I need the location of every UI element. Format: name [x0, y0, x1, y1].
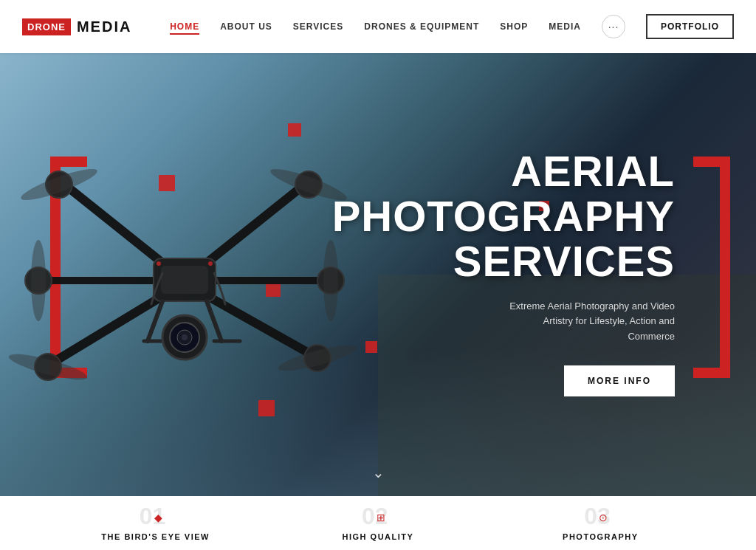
feature-label-2: HIGH QUALITY: [343, 532, 414, 541]
portfolio-button[interactable]: PORTFOLIO: [646, 14, 734, 39]
hero-title: AERIAL PHOTOGRAPHY SERVICES: [320, 149, 675, 284]
nav-item-media[interactable]: MEDIA: [549, 21, 581, 32]
feature-item-2: 02 ⊞ HIGH QUALITY: [267, 507, 489, 541]
hero-section: AERIAL PHOTOGRAPHY SERVICES Extreme Aeri…: [0, 53, 756, 496]
feature-label-1: THE BIRD'S EYE VIEW: [101, 532, 210, 541]
hero-subtitle: Extreme Aerial Photography and Video Art…: [498, 299, 675, 345]
scroll-chevron[interactable]: ⌄: [372, 464, 385, 481]
feature-icon-area-2: 02 ⊞: [362, 507, 394, 528]
feature-icon-area-1: 01 ◆: [140, 507, 172, 528]
feature-icon-2: ⊞: [377, 512, 385, 523]
nav-item-about[interactable]: ABOUT US: [220, 21, 272, 32]
hero-title-line2: SERVICES: [453, 237, 675, 285]
feature-label-3: PHOTOGRAPHY: [563, 532, 638, 541]
logo: DRONE MEDIA: [22, 18, 131, 35]
logo-brand-box: DRONE: [22, 18, 71, 35]
nav-item-drones[interactable]: DRONES & EQUIPMENT: [364, 21, 479, 32]
header: DRONE MEDIA HOME ABOUT US SERVICES DRONE…: [0, 0, 756, 53]
feature-icon-area-3: 03 ⊙: [584, 507, 616, 528]
feature-item-1: 01 ◆ THE BIRD'S EYE VIEW: [44, 507, 267, 541]
bottom-features: 01 ◆ THE BIRD'S EYE VIEW 02 ⊞ HIGH QUALI…: [0, 496, 756, 550]
more-info-button[interactable]: MORE INFO: [564, 365, 675, 396]
svg-point-28: [157, 261, 161, 266]
nav-item-home[interactable]: HOME: [170, 21, 199, 32]
feature-item-3: 03 ⊙ PHOTOGRAPHY: [489, 507, 712, 541]
svg-point-29: [208, 261, 213, 266]
feature-icon-3: ⊙: [599, 512, 608, 523]
svg-point-27: [182, 334, 188, 340]
svg-rect-19: [161, 266, 208, 294]
nav-more-button[interactable]: ···: [602, 15, 625, 38]
svg-point-15: [31, 240, 46, 321]
bracket-right: [693, 157, 730, 378]
logo-brand-text: MEDIA: [77, 18, 131, 35]
hero-content: AERIAL PHOTOGRAPHY SERVICES Extreme Aeri…: [320, 149, 675, 396]
main-nav: HOME ABOUT US SERVICES DRONES & EQUIPMEN…: [170, 14, 734, 39]
nav-item-shop[interactable]: SHOP: [500, 21, 528, 32]
feature-icon-1: ◆: [154, 512, 162, 523]
hero-title-line1: AERIAL PHOTOGRAPHY: [332, 147, 675, 240]
nav-item-services[interactable]: SERVICES: [293, 21, 343, 32]
